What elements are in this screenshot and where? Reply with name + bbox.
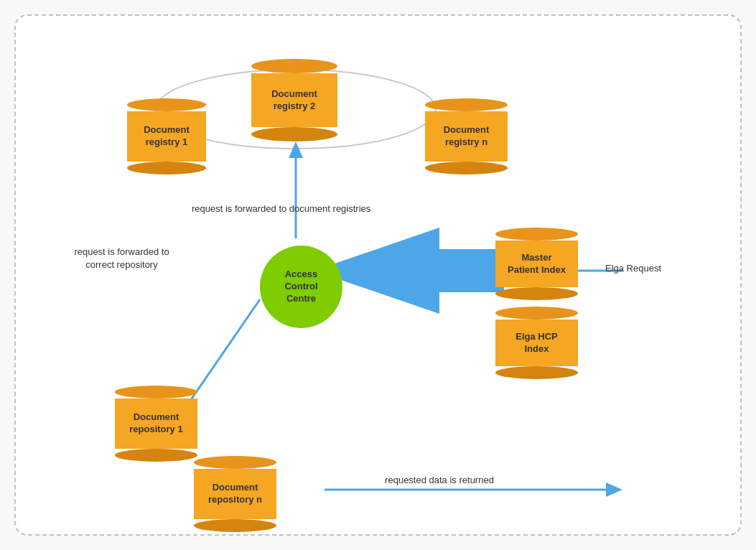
doc-repository-1: Documentrepository 1 bbox=[115, 386, 197, 462]
label-elga-request: Elga Request bbox=[590, 262, 676, 275]
access-control-centre: AccessControlCentre bbox=[260, 246, 342, 328]
label-requested-data: requested data is returned bbox=[353, 474, 526, 487]
svg-marker-3 bbox=[314, 228, 504, 314]
diagram-container: Documentregistry 1 Documentregistry 2 Do… bbox=[14, 14, 742, 536]
label-forwarded-registries: request is forwarded to document registr… bbox=[192, 202, 393, 215]
doc-registry-2: Documentregistry 2 bbox=[251, 59, 337, 141]
doc-registry-n: Documentregistry n bbox=[425, 98, 508, 174]
master-patient-index: MasterPatient Index bbox=[495, 228, 578, 300]
doc-repository-n: Documentrepository n bbox=[194, 456, 276, 532]
elga-hcp-index: Elga HCPIndex bbox=[495, 307, 578, 379]
svg-marker-7 bbox=[606, 483, 622, 497]
svg-marker-2 bbox=[289, 141, 303, 158]
label-forwarded-repository: request is forwarded tocorrect repositor… bbox=[59, 246, 185, 271]
doc-registry-1: Documentregistry 1 bbox=[127, 98, 206, 174]
